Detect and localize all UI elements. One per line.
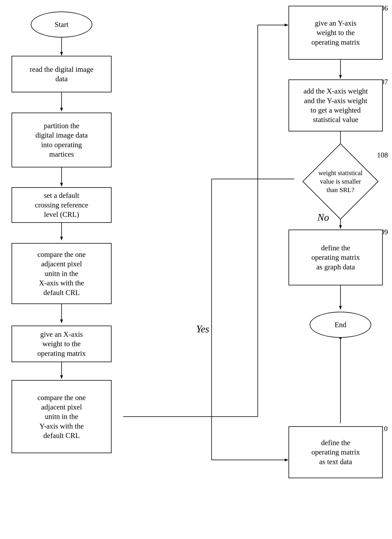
end-label: End — [335, 320, 346, 329]
node-100-label: read the digital image data — [30, 65, 93, 84]
node-109: define the operating matrix as graph dat… — [288, 230, 383, 285]
node-101-label: partition the digital image data into op… — [35, 121, 88, 159]
node-100: read the digital image data — [12, 56, 112, 92]
node-102: set a default crossing reference level (… — [12, 187, 112, 223]
node-101: partition the digital image data into op… — [12, 113, 112, 167]
svg-marker-27 — [285, 459, 288, 461]
start-label: Start — [55, 20, 68, 29]
yes-label: Yes — [196, 323, 209, 335]
end-node: End — [310, 312, 371, 338]
node-105: compare the one adjacent pixel unitn in … — [12, 380, 112, 453]
node-103: compare the one adjacent pixel unitn in … — [12, 243, 112, 304]
node-106: give an Y-axis weight to the operating m… — [288, 6, 383, 60]
node-106-label: give an Y-axis weight to the operating m… — [311, 19, 360, 47]
node-104: give an X-axis weight to the operating m… — [12, 326, 112, 362]
start-node: Start — [31, 12, 92, 38]
svg-marker-21 — [339, 225, 342, 229]
node-109-label: define the operating matrix as graph dat… — [311, 243, 360, 272]
svg-marker-7 — [60, 237, 63, 241]
node-102-label: set a default crossing reference level (… — [35, 191, 88, 219]
svg-marker-3 — [60, 108, 63, 112]
svg-marker-15 — [285, 24, 288, 26]
svg-marker-11 — [60, 375, 63, 379]
node-110-label: define the operating matrix as text data — [311, 438, 360, 467]
node-108-label: weight statistical value is smaller than… — [294, 153, 387, 210]
node-105-label: compare the one adjacent pixel unitn in … — [37, 393, 86, 440]
node-104-label: give an X-axis weight to the operating m… — [37, 330, 86, 358]
node-107: add the X-axis weight and the Y-axis wei… — [288, 79, 383, 131]
svg-marker-1 — [60, 52, 63, 56]
node-108: weight statistical value is smaller than… — [294, 153, 387, 210]
node-110: define the operating matrix as text data — [288, 426, 383, 478]
svg-marker-9 — [60, 319, 63, 323]
svg-marker-23 — [339, 306, 342, 310]
svg-marker-17 — [339, 75, 342, 79]
node-103-label: compare the one adjacent pixel unitn in … — [37, 250, 86, 297]
no-label: No — [317, 212, 329, 223]
node-107-label: add the X-axis weight and the Y-axis wei… — [304, 87, 368, 125]
svg-marker-5 — [60, 183, 63, 187]
flowchart: Start 100 read the digital image data 10… — [0, 0, 392, 539]
